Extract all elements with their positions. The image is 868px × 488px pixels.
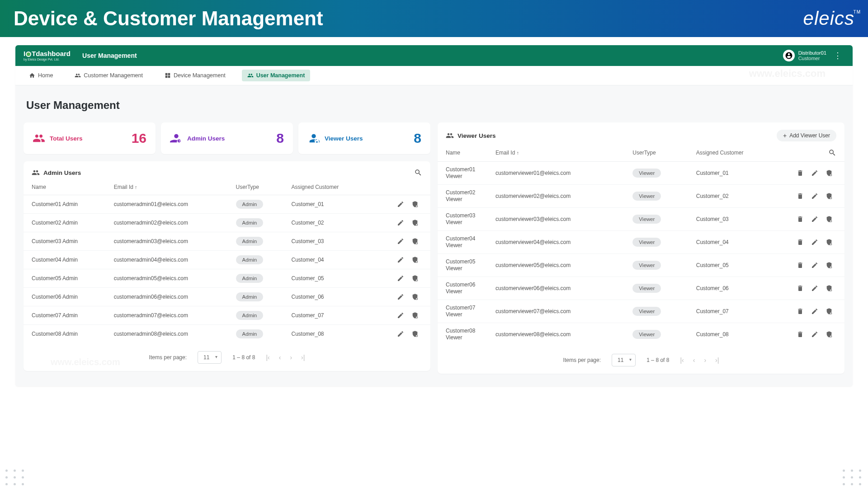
first-page[interactable]: |‹ — [266, 354, 269, 361]
col-assigned[interactable]: Assigned Customer — [688, 144, 781, 162]
shield-icon[interactable] — [411, 293, 419, 300]
table-row: Customer02 Admin customeradmin02@eleics.… — [24, 214, 430, 232]
cell-type: Admin — [228, 232, 283, 251]
watermark: www.eleics.com — [749, 68, 826, 80]
first-page[interactable]: |‹ — [680, 357, 684, 364]
delete-icon[interactable] — [797, 192, 804, 200]
edit-icon[interactable] — [397, 293, 404, 300]
edit-icon[interactable] — [811, 262, 818, 269]
tab-device-management[interactable]: Device Management — [159, 70, 231, 81]
shield-icon[interactable] — [826, 239, 833, 246]
edit-icon[interactable] — [811, 308, 818, 315]
cell-type: Viewer — [624, 254, 688, 277]
cell-assigned: Customer_03 — [688, 208, 781, 231]
shield-icon[interactable] — [411, 275, 419, 282]
shield-icon[interactable] — [826, 262, 833, 269]
shield-icon[interactable] — [411, 201, 419, 208]
edit-icon[interactable] — [397, 256, 404, 263]
edit-icon[interactable] — [397, 238, 404, 245]
cell-type: Viewer — [624, 185, 688, 208]
cell-email: customeradmin04@eleics.com — [106, 251, 228, 269]
col-email[interactable]: Email Id — [487, 144, 624, 162]
delete-icon[interactable] — [797, 169, 804, 177]
delete-icon[interactable] — [797, 239, 804, 246]
edit-icon[interactable] — [397, 201, 404, 208]
cell-name: Customer08 Viewer — [438, 323, 487, 346]
cell-type: Viewer — [624, 323, 688, 346]
shield-icon[interactable] — [826, 285, 833, 292]
table-row: Customer07 Admin customeradmin07@eleics.… — [24, 306, 430, 325]
edit-icon[interactable] — [397, 219, 404, 226]
edit-icon[interactable] — [811, 331, 818, 338]
page-title: User Management — [26, 99, 844, 112]
app-section-title: User Management — [82, 52, 137, 59]
shield-icon[interactable] — [411, 312, 419, 319]
edit-icon[interactable] — [397, 312, 404, 319]
table-row: Customer05 Admin customeradmin05@eleics.… — [24, 269, 430, 288]
cell-email: customeradmin03@eleics.com — [106, 232, 228, 251]
last-page[interactable]: ›| — [715, 357, 719, 364]
cell-name: Customer04 Viewer — [438, 231, 487, 254]
kebab-menu[interactable]: ⋮ — [831, 51, 844, 61]
edit-icon[interactable] — [811, 169, 818, 177]
tab-user-management[interactable]: User Management — [242, 70, 311, 81]
table-row: Customer04 Admin customeradmin04@eleics.… — [24, 251, 430, 269]
page-size-select[interactable]: 11 — [612, 354, 636, 366]
delete-icon[interactable] — [797, 308, 804, 315]
cell-name: Customer08 Admin — [24, 325, 106, 343]
col-usertype[interactable]: UserType — [624, 144, 688, 162]
delete-icon[interactable] — [797, 216, 804, 223]
prev-page[interactable]: ‹ — [279, 354, 281, 361]
cell-assigned: Customer_04 — [283, 251, 367, 269]
prev-page[interactable]: ‹ — [693, 357, 695, 364]
edit-icon[interactable] — [397, 275, 404, 282]
table-row: Customer01 Viewer customerviewer01@eleic… — [438, 162, 844, 185]
decorative-dots — [5, 469, 25, 485]
shield-icon[interactable] — [411, 219, 419, 226]
shield-icon[interactable] — [411, 330, 419, 338]
cell-email: customerviewer02@eleics.com — [487, 185, 624, 208]
delete-icon[interactable] — [797, 285, 804, 292]
next-page[interactable]: › — [290, 354, 292, 361]
last-page[interactable]: ›| — [301, 354, 305, 361]
page-size-select[interactable]: 11 — [198, 351, 222, 364]
table-row: Customer03 Admin customeradmin03@eleics.… — [24, 232, 430, 251]
shield-icon[interactable] — [826, 216, 833, 223]
col-assigned[interactable]: Assigned Customer — [283, 179, 367, 195]
cell-assigned: Customer_06 — [688, 277, 781, 300]
home-icon — [29, 72, 35, 79]
cell-type: Admin — [228, 269, 283, 288]
top-banner: Device & Customer Management eleicsTM — [0, 0, 868, 37]
cell-assigned: Customer_04 — [688, 231, 781, 254]
delete-icon[interactable] — [797, 262, 804, 269]
shield-icon[interactable] — [411, 256, 419, 263]
table-row: Customer06 Viewer customerviewer06@eleic… — [438, 277, 844, 300]
delete-icon[interactable] — [797, 331, 804, 338]
cell-type: Admin — [228, 251, 283, 269]
edit-icon[interactable] — [397, 330, 404, 338]
edit-icon[interactable] — [811, 285, 818, 292]
edit-icon[interactable] — [811, 192, 818, 200]
shield-icon[interactable] — [826, 169, 833, 177]
search-icon[interactable] — [414, 169, 422, 177]
shield-icon[interactable] — [411, 238, 419, 245]
cell-email: customerviewer04@eleics.com — [487, 231, 624, 254]
user-chip[interactable]: Distributor01 Customer — [783, 50, 826, 61]
col-name[interactable]: Name — [24, 179, 106, 195]
decorative-dots — [843, 469, 863, 485]
edit-icon[interactable] — [811, 216, 818, 223]
add-viewer-user-button[interactable]: +Add Viewer User — [777, 130, 836, 141]
edit-icon[interactable] — [811, 239, 818, 246]
tab-home[interactable]: Home — [24, 70, 58, 81]
cell-assigned: Customer_07 — [688, 300, 781, 323]
shield-icon[interactable] — [826, 308, 833, 315]
col-email[interactable]: Email Id — [106, 179, 228, 195]
col-name[interactable]: Name — [438, 144, 487, 162]
tab-customer-management[interactable]: Customer Management — [69, 70, 148, 81]
col-usertype[interactable]: UserType — [228, 179, 283, 195]
shield-icon[interactable] — [826, 331, 833, 338]
shield-icon[interactable] — [826, 192, 833, 200]
search-icon[interactable] — [828, 149, 836, 157]
stat-total-count: 16 — [132, 131, 146, 146]
next-page[interactable]: › — [704, 357, 706, 364]
